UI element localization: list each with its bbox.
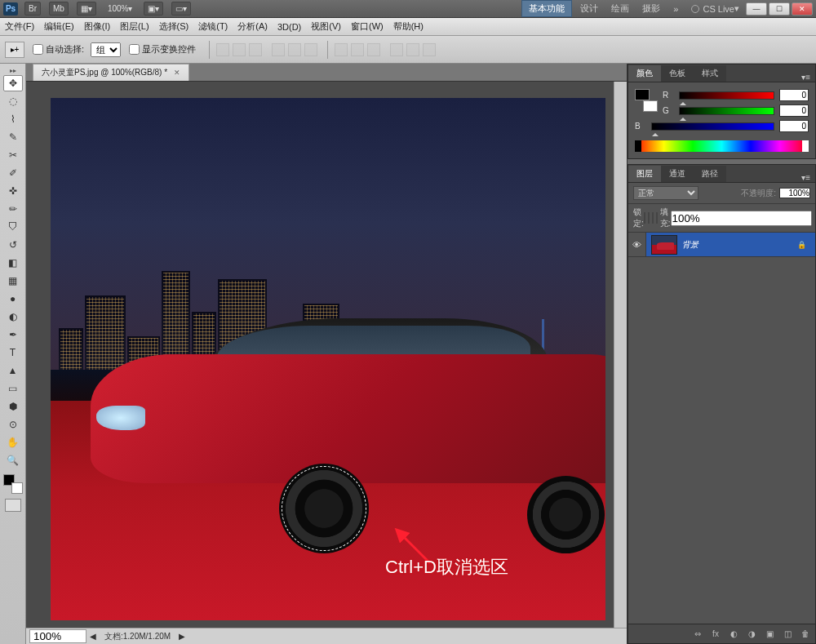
- vertical-scrollbar[interactable]: [614, 82, 627, 628]
- menu-window[interactable]: 窗口(W): [351, 20, 384, 33]
- toolbox-collapse-icon[interactable]: ▸▸: [10, 67, 16, 74]
- cslive-button[interactable]: CS Live ▾: [691, 3, 739, 14]
- align-hcenter-icon[interactable]: [288, 43, 301, 56]
- view-extras-icon[interactable]: ▦▾: [77, 2, 96, 16]
- menu-filter[interactable]: 滤镜(T): [198, 20, 228, 33]
- b-slider[interactable]: [651, 122, 774, 131]
- gradient-tool[interactable]: ▦: [3, 273, 23, 289]
- align-vcenter-icon[interactable]: [233, 43, 246, 56]
- workspace-design[interactable]: 设计: [574, 1, 605, 16]
- lock-transparent-icon[interactable]: [644, 212, 645, 224]
- menu-image[interactable]: 图像(I): [84, 20, 110, 33]
- tab-layers[interactable]: 图层: [628, 166, 661, 182]
- lock-all-icon[interactable]: [656, 212, 658, 224]
- workspace-more[interactable]: »: [667, 2, 685, 16]
- zoom-tool[interactable]: 🔍: [3, 452, 23, 469]
- shape-tool[interactable]: ▭: [3, 380, 23, 397]
- hand-tool[interactable]: ✋: [3, 434, 23, 451]
- show-transform-checkbox[interactable]: 显示变换控件: [129, 43, 196, 56]
- tab-swatches[interactable]: 色板: [661, 65, 694, 82]
- lasso-tool[interactable]: ⌇: [3, 111, 23, 127]
- dodge-tool[interactable]: ◐: [3, 309, 23, 325]
- quick-select-tool[interactable]: ✎: [3, 129, 23, 145]
- workspace-essentials[interactable]: 基本功能: [521, 0, 572, 17]
- distribute-left-icon[interactable]: [390, 43, 403, 56]
- align-left-icon[interactable]: [272, 43, 285, 56]
- brush-tool[interactable]: ✏: [3, 201, 23, 217]
- healing-tool[interactable]: ✜: [3, 183, 23, 199]
- screen-mode-icon[interactable]: ▭▾: [171, 2, 191, 16]
- panel-bg-color[interactable]: [643, 100, 658, 112]
- current-tool-icon[interactable]: ▸+: [5, 42, 24, 58]
- pen-tool[interactable]: ✒: [3, 326, 23, 343]
- opacity-input[interactable]: [779, 188, 810, 198]
- canvas[interactable]: [51, 98, 605, 620]
- align-bottom-icon[interactable]: [249, 43, 262, 56]
- layer-row[interactable]: 👁 背景 🔒: [628, 233, 815, 257]
- align-top-icon[interactable]: [216, 43, 229, 56]
- panel-fg-color[interactable]: [635, 89, 650, 100]
- layer-visibility-icon[interactable]: 👁: [628, 233, 646, 256]
- zoom-input[interactable]: [29, 629, 86, 643]
- lock-image-icon[interactable]: [648, 212, 650, 224]
- layer-mask-icon[interactable]: ◐: [727, 628, 740, 640]
- eraser-tool[interactable]: ◧: [3, 255, 23, 271]
- menu-help[interactable]: 帮助(H): [393, 20, 424, 33]
- menu-edit[interactable]: 编辑(E): [44, 20, 74, 33]
- distribute-vcenter-icon[interactable]: [351, 43, 364, 56]
- status-info-icon[interactable]: ▶: [179, 632, 185, 641]
- bridge-icon[interactable]: Br: [24, 2, 41, 16]
- blur-tool[interactable]: ●: [3, 291, 23, 307]
- path-select-tool[interactable]: ▲: [3, 362, 23, 379]
- background-color[interactable]: [11, 482, 23, 494]
- panel-menu-icon[interactable]: ▾≡: [796, 73, 815, 82]
- g-input[interactable]: [779, 104, 809, 117]
- menu-view[interactable]: 视图(V): [311, 20, 341, 33]
- stamp-tool[interactable]: ⛉: [3, 219, 23, 235]
- distribute-right-icon[interactable]: [423, 43, 436, 56]
- menu-select[interactable]: 选择(S): [159, 20, 189, 33]
- r-input[interactable]: [779, 89, 809, 101]
- close-tab-icon[interactable]: ✕: [174, 69, 180, 77]
- status-nav-icon[interactable]: ◀: [90, 632, 96, 641]
- zoom-level-display[interactable]: 100% ▾: [104, 2, 136, 15]
- eyedropper-tool[interactable]: ✐: [3, 165, 23, 181]
- menu-analysis[interactable]: 分析(A): [237, 20, 268, 33]
- tab-styles[interactable]: 样式: [694, 65, 726, 82]
- color-swatches[interactable]: [3, 474, 23, 494]
- maximize-button[interactable]: ☐: [769, 2, 790, 16]
- layer-fx-icon[interactable]: fx: [709, 628, 722, 640]
- auto-select-checkbox[interactable]: 自动选择:: [33, 43, 84, 56]
- new-layer-icon[interactable]: ◫: [781, 628, 794, 640]
- workspace-photography[interactable]: 摄影: [636, 1, 667, 16]
- lock-position-icon[interactable]: [652, 212, 654, 224]
- distribute-bottom-icon[interactable]: [367, 43, 380, 56]
- layer-group-icon[interactable]: ▣: [763, 628, 776, 640]
- history-brush-tool[interactable]: ↺: [3, 237, 23, 253]
- distribute-hcenter-icon[interactable]: [406, 43, 419, 56]
- distribute-top-icon[interactable]: [335, 43, 348, 56]
- menu-3d[interactable]: 3D(D): [277, 22, 301, 32]
- auto-select-type[interactable]: 组: [91, 42, 121, 57]
- menu-layer[interactable]: 图层(L): [120, 20, 149, 33]
- delete-layer-icon[interactable]: 🗑: [799, 628, 812, 640]
- r-slider[interactable]: [679, 91, 774, 100]
- link-layers-icon[interactable]: ⇔: [691, 628, 704, 640]
- g-slider[interactable]: [679, 107, 774, 115]
- minimize-button[interactable]: —: [746, 2, 767, 16]
- marquee-tool[interactable]: ◌: [3, 93, 23, 109]
- tab-channels[interactable]: 通道: [661, 166, 694, 182]
- align-right-icon[interactable]: [304, 43, 317, 56]
- blend-mode-select[interactable]: 正常: [633, 186, 698, 200]
- spectrum-ramp[interactable]: [635, 140, 809, 152]
- arrange-docs-icon[interactable]: ▣▾: [144, 2, 163, 16]
- b-input[interactable]: [779, 120, 809, 132]
- menu-file[interactable]: 文件(F): [5, 20, 34, 33]
- workspace-painting[interactable]: 绘画: [605, 1, 636, 16]
- type-tool[interactable]: T: [3, 344, 23, 361]
- minibridge-icon[interactable]: Mb: [49, 2, 69, 16]
- move-tool[interactable]: ✥: [3, 75, 23, 91]
- canvas-viewport[interactable]: Ctrl+D取消选区: [26, 82, 614, 628]
- layer-name[interactable]: 背景: [682, 239, 797, 251]
- crop-tool[interactable]: ✂: [3, 147, 23, 163]
